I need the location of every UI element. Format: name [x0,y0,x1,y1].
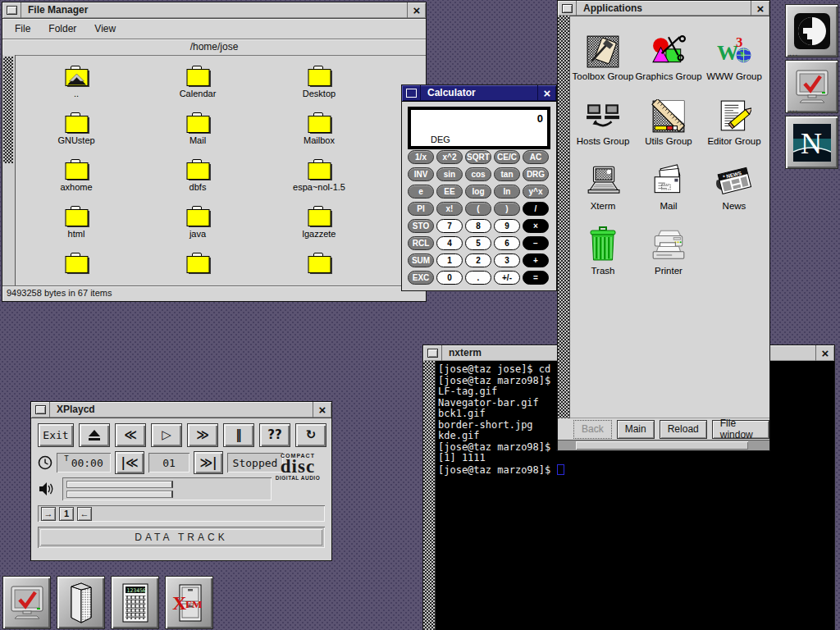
xplaycd-forward-button[interactable]: ≫ [187,423,218,447]
calc-button-CE/C[interactable]: CE/C [494,150,520,164]
calc-button-RCL[interactable]: RCL [408,236,434,250]
folder-item[interactable]: axhome [19,158,134,205]
calc-button-4[interactable]: 4 [436,236,463,250]
app-item-xterm[interactable]: Xterm [586,152,620,211]
scrollbar-thumb[interactable] [576,441,748,450]
scrollbar-thumb[interactable] [3,57,13,163]
xplaycd-pause-button[interactable]: ‖ [223,423,254,447]
menu-view[interactable]: View [85,21,125,36]
xplaycd-trackbtn-2[interactable]: ← [77,507,92,521]
balance-slider[interactable] [66,491,173,498]
folder-item[interactable]: Mail [140,112,255,158]
calc-button-9[interactable]: 9 [494,219,520,233]
close-icon[interactable]: × [751,1,769,16]
xplaycd-next-track-button[interactable]: ≫| [194,451,223,474]
file-manager-titlebar[interactable]: File Manager × [2,2,426,19]
app-item-mail[interactable]: Mail [651,152,686,211]
calc-button-([interactable]: ( [465,202,491,216]
folder-item[interactable]: java [140,205,255,252]
close-icon[interactable]: × [313,402,331,418]
app-item-editor[interactable]: Editor Group [707,87,760,146]
app-item-news[interactable]: * NEWSNews [715,152,753,211]
folder-item[interactable]: dbfs [140,158,255,205]
xplaycd-volume-panel[interactable] [62,477,272,500]
calc-button-6[interactable]: 6 [494,236,520,250]
xplaycd-exit-button[interactable]: Exit [38,423,74,447]
xplaycd-shuffle-button[interactable]: ?? [259,423,290,447]
folder-item[interactable]: Mailbox [262,112,377,158]
xplaycd-repeat-button[interactable]: ↻ [295,423,326,447]
calc-button-1[interactable]: 1 [436,253,463,267]
app-item-hosts[interactable]: Hosts Group [577,87,630,146]
window-menu-icon[interactable] [402,85,421,101]
folder-item[interactable]: Calendar [140,65,255,112]
close-icon[interactable]: × [537,85,556,101]
reload-button[interactable]: Reload [660,420,707,439]
app-item-graphics[interactable]: Graphics Group [635,22,701,81]
folder-item[interactable]: espa~nol-1.5 [262,158,377,205]
calc-button-SQRT[interactable]: SQRT [465,150,491,164]
calc-button-e[interactable]: e [408,185,434,199]
app-item-utils[interactable]: Utils Group [645,87,692,146]
calc-button-3[interactable]: 3 [494,253,520,267]
folder-item[interactable] [19,252,134,286]
dock-window-maker[interactable]: ... [785,4,838,57]
volume-slider[interactable] [66,481,173,488]
calc-button-×[interactable]: × [523,219,549,233]
calc-button-log[interactable]: log [465,185,491,199]
calc-button-STO[interactable]: STO [408,219,434,233]
applications-titlebar[interactable]: Applications × [558,1,769,16]
close-icon[interactable]: × [407,2,426,18]
taskbar-xfm[interactable]: XFM [165,576,213,629]
calc-button-ln[interactable]: ln [494,185,520,199]
calc-button-x![interactable]: x! [436,202,463,216]
xplaycd-prev-track-button[interactable]: |≪ [115,451,144,474]
folder-item[interactable]: html [19,205,134,252]
calc-button-y^x[interactable]: y^x [523,185,549,199]
taskbar-box-app[interactable] [57,576,105,629]
calc-button-)[interactable]: ) [494,202,520,216]
xplaycd-eject-button[interactable] [79,423,110,447]
main-button[interactable]: Main [617,420,655,439]
calc-button-x^2[interactable]: x^2 [436,150,463,164]
window-menu-icon[interactable] [558,1,577,16]
folder-item[interactable]: lgazzete [262,205,377,252]
calc-button-PI[interactable]: PI [408,202,434,216]
calc-button-+[interactable]: + [523,253,549,267]
menu-folder[interactable]: Folder [39,21,85,36]
app-item-printer[interactable]: Printer [650,217,687,276]
taskbar-xv-mini[interactable] [2,576,51,629]
app-item-www[interactable]: W3WWW Group [706,22,762,81]
folder-item[interactable]: GNUstep [19,112,134,158]
calc-button-sin[interactable]: sin [436,167,463,181]
xplaycd-play-button[interactable]: ▷ [151,423,182,447]
calc-button-7[interactable]: 7 [436,219,463,233]
folder-item[interactable]: Desktop [262,65,377,112]
file-manager-vscrollbar[interactable] [2,55,16,286]
calc-button-=[interactable]: = [523,271,549,285]
terminal-vscrollbar[interactable] [423,361,436,630]
menu-file[interactable]: File [6,21,39,36]
file-window-button[interactable]: File window [712,420,769,439]
calc-button-8[interactable]: 8 [465,219,491,233]
xplaycd-rewind-button[interactable]: ≪ [115,423,146,447]
back-button[interactable]: Back [573,420,612,439]
calc-button-cos[interactable]: cos [465,167,491,181]
xplaycd-titlebar[interactable]: XPlaycd × [31,402,331,418]
applications-vscrollbar[interactable] [558,16,570,418]
calc-button-2[interactable]: 2 [465,253,491,267]
calc-button-EXC[interactable]: EXC [408,271,434,285]
calc-button-/[interactable]: / [523,202,549,216]
folder-item[interactable] [140,252,255,286]
folder-item[interactable] [262,252,377,286]
window-menu-icon[interactable] [423,345,442,361]
close-icon[interactable]: × [815,345,834,361]
calc-button-DRG[interactable]: DRG [523,167,549,181]
calc-button-AC[interactable]: AC [523,150,549,164]
xplaycd-trackbtn-1[interactable]: 1 [59,507,74,521]
dock-netscape[interactable]: N [785,116,838,169]
dock-xv[interactable]: ... [785,60,838,113]
calculator-titlebar[interactable]: Calculator × [402,85,556,102]
calc-button-INV[interactable]: INV [408,167,434,181]
calc-button-+/-[interactable]: +/- [494,271,520,285]
